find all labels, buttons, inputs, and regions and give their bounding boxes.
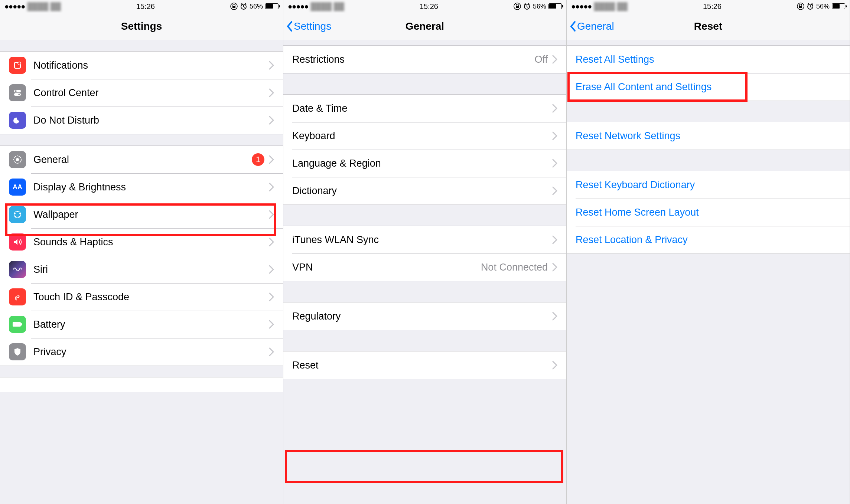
signal-dots-icon: ●●●●● (571, 2, 592, 11)
lock-icon (230, 3, 238, 10)
status-bar: ●●●●● ████ ██ 15:26 56% (567, 0, 850, 13)
cell-value: Off (534, 54, 548, 65)
cell-label: General (33, 154, 252, 166)
row-siri[interactable]: Siri (0, 256, 283, 283)
row-language-region[interactable]: Language & Region (283, 150, 566, 177)
row-reset-keyboard-dict[interactable]: Reset Keyboard Dictionary (567, 171, 850, 199)
group-reset-all: Reset All Settings Erase All Content and… (567, 45, 850, 101)
row-reset[interactable]: Reset (283, 351, 566, 379)
settings-group-notifs: Notifications Control Center Do Not Dist… (0, 51, 283, 134)
battery-pct: 56% (250, 3, 263, 10)
signal-dots-icon: ●●●●● (288, 2, 308, 11)
cell-label: Display & Brightness (33, 181, 269, 193)
alarm-icon (807, 3, 814, 10)
cell-label: Notifications (33, 60, 269, 71)
svg-point-17 (14, 213, 16, 214)
svg-point-16 (15, 216, 16, 217)
carrier-label: ████ ██ (27, 2, 61, 11)
svg-rect-18 (13, 322, 21, 327)
row-reset-home-layout[interactable]: Reset Home Screen Layout (567, 199, 850, 226)
row-keyboard[interactable]: Keyboard (283, 122, 566, 150)
group-reset-network: Reset Network Settings (567, 122, 850, 150)
row-touchid[interactable]: Touch ID & Passcode (0, 283, 283, 311)
fingerprint-icon (9, 288, 26, 305)
wallpaper-icon (9, 206, 26, 223)
page-title: Reset (567, 20, 850, 32)
cell-label: Control Center (33, 87, 269, 99)
cell-label: Privacy (33, 346, 269, 358)
cell-label: Sounds & Haptics (33, 236, 269, 248)
navbar: Settings General (283, 13, 566, 40)
clock: 15:26 (703, 2, 722, 11)
cell-label: Do Not Disturb (33, 115, 269, 126)
lock-icon (797, 3, 804, 10)
general-screen: ●●●●● ████ ██ 15:26 56% Settings General… (283, 0, 567, 504)
svg-point-13 (17, 211, 18, 212)
chevron-right-icon (552, 186, 557, 195)
carrier-label: ████ ██ (594, 2, 628, 11)
row-reset-location-privacy[interactable]: Reset Location & Privacy (567, 226, 850, 253)
chevron-right-icon (269, 320, 274, 329)
cell-label: Reset All Settings (576, 54, 841, 65)
cell-label: Reset Network Settings (576, 130, 841, 142)
row-control-center[interactable]: Control Center (0, 79, 283, 107)
signal-dots-icon: ●●●●● (4, 2, 25, 11)
control-center-icon (9, 84, 26, 101)
alarm-icon (523, 3, 531, 10)
svg-rect-19 (21, 323, 22, 325)
svg-point-15 (19, 216, 20, 217)
cell-label: Siri (33, 264, 269, 275)
svg-point-14 (19, 213, 21, 214)
moon-icon (9, 112, 26, 129)
row-general[interactable]: General 1 (0, 146, 283, 173)
row-dictionary[interactable]: Dictionary (283, 177, 566, 204)
row-do-not-disturb[interactable]: Do Not Disturb (0, 107, 283, 134)
row-reset-network[interactable]: Reset Network Settings (567, 122, 850, 150)
cell-label: Reset Location & Privacy (576, 234, 841, 246)
row-date-time[interactable]: Date & Time (283, 95, 566, 122)
cell-label: Regulatory (292, 311, 552, 322)
display-icon: AA (9, 179, 26, 196)
settings-group-general: General 1 AA Display & Brightness Wallpa… (0, 145, 283, 366)
settings-screen: ●●●●● ████ ██ 15:26 56% Settings Notific… (0, 0, 283, 504)
battery-pct: 56% (816, 3, 830, 10)
chevron-right-icon (552, 235, 557, 244)
battery-icon (265, 3, 279, 9)
lock-icon (514, 3, 521, 10)
cell-value: Not Connected (481, 262, 548, 273)
row-itunes-sync[interactable]: iTunes WLAN Sync (283, 226, 566, 253)
cell-label: Reset (292, 360, 552, 371)
row-battery[interactable]: Battery (0, 311, 283, 338)
row-erase-all[interactable]: Erase All Content and Settings (567, 73, 850, 101)
row-sounds[interactable]: Sounds & Haptics (0, 228, 283, 256)
alarm-icon (240, 3, 247, 10)
cell-label: iTunes WLAN Sync (292, 234, 552, 246)
row-restrictions[interactable]: Restrictions Off (283, 46, 566, 73)
cell-label: Date & Time (292, 103, 552, 114)
chevron-right-icon (552, 263, 557, 272)
chevron-right-icon (269, 183, 274, 192)
navbar: General Reset (567, 13, 850, 40)
row-regulatory[interactable]: Regulatory (283, 302, 566, 330)
chevron-right-icon (552, 159, 557, 168)
chevron-right-icon (269, 265, 274, 274)
row-privacy[interactable]: Privacy (0, 338, 283, 366)
row-reset-all-settings[interactable]: Reset All Settings (567, 46, 850, 73)
carrier-label: ████ ██ (310, 2, 344, 11)
row-display-brightness[interactable]: AA Display & Brightness (0, 173, 283, 201)
svg-point-7 (15, 90, 16, 92)
group-reset-other: Reset Keyboard Dictionary Reset Home Scr… (567, 171, 850, 254)
navbar: Settings (0, 13, 283, 40)
row-wallpaper[interactable]: Wallpaper (0, 201, 283, 228)
cell-label: Dictionary (292, 185, 552, 197)
cell-label: VPN (292, 262, 481, 273)
cell-label: Keyboard (292, 130, 552, 142)
row-vpn[interactable]: VPN Not Connected (283, 253, 566, 281)
group-regulatory: Regulatory (283, 302, 566, 330)
row-notifications[interactable]: Notifications (0, 52, 283, 79)
cell-label: Reset Home Screen Layout (576, 207, 841, 218)
chevron-right-icon (269, 61, 274, 70)
chevron-right-icon (552, 361, 557, 370)
siri-icon (9, 261, 26, 278)
battery-icon (832, 3, 845, 9)
